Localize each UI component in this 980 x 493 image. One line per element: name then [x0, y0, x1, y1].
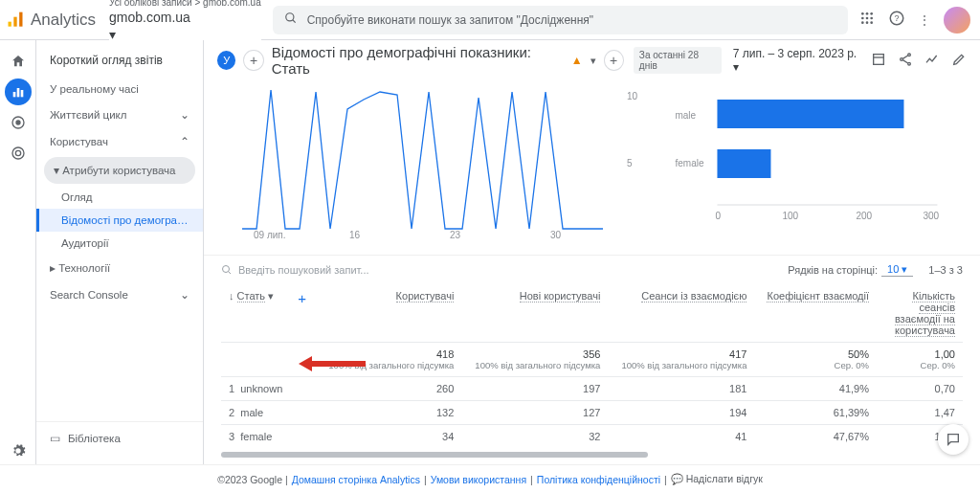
table-row[interactable]: 2 male 13212719461,39%1,47 — [221, 401, 963, 425]
col-engaged-sessions[interactable]: Сеанси із взаємодією — [641, 290, 746, 303]
feedback-chat-button[interactable] — [938, 424, 969, 455]
svg-rect-36 — [718, 149, 771, 178]
sidebar-sub-demographics[interactable]: Відомості про демографіч... — [36, 209, 203, 232]
apps-icon[interactable] — [859, 11, 875, 29]
add-dimension-button[interactable]: + — [298, 290, 306, 306]
help-icon[interactable]: ? — [888, 10, 905, 30]
svg-text:16: 16 — [349, 230, 361, 240]
sidebar-item-search-console[interactable]: Search Console⌄ — [36, 281, 203, 308]
analytics-logo[interactable]: Analytics — [6, 11, 96, 30]
svg-point-42 — [223, 266, 230, 273]
svg-point-26 — [908, 62, 911, 65]
footer-link-home[interactable]: Домашня сторінка Analytics — [292, 474, 420, 485]
sidebar-sub-overview[interactable]: Огляд — [36, 186, 203, 209]
svg-text:100: 100 — [783, 211, 799, 221]
svg-text:10: 10 — [627, 91, 638, 101]
svg-marker-44 — [299, 356, 366, 371]
add-segment-button[interactable]: + — [243, 50, 263, 71]
date-range-picker[interactable]: 7 лип. – 3 серп. 2023 р. ▾ — [733, 47, 859, 74]
footer-feedback[interactable]: 💬 Надіслати відгук — [671, 473, 763, 485]
svg-point-8 — [861, 17, 864, 20]
breadcrumb-top: Усі облікові записи > gmob.com.ua — [109, 0, 261, 9]
rail-reports[interactable] — [5, 78, 32, 105]
svg-text:30: 30 — [550, 230, 562, 240]
sidebar-item-lifecycle[interactable]: Життєвий цикл⌄ — [36, 101, 203, 128]
library-icon: ▭ — [50, 432, 60, 445]
rows-per-page-select[interactable]: 10 ▾ — [881, 263, 913, 277]
table-row[interactable]: 1 unknown 26019718141,9%0,70 — [221, 377, 963, 401]
search-icon — [284, 11, 298, 28]
insights-icon[interactable] — [924, 52, 940, 70]
footer-link-privacy[interactable]: Політика конфіденційності — [537, 474, 660, 485]
breadcrumb-main: gmob.com.ua — [109, 9, 261, 26]
line-chart: 10 5 09 лип. 16 23 30 — [221, 80, 640, 243]
svg-rect-1 — [13, 16, 16, 26]
property-switcher[interactable]: Усі облікові записи > gmob.com.ua gmob.c… — [109, 0, 261, 43]
period-label: За останні 28 днів — [634, 47, 722, 74]
col-dimension[interactable]: Стать — [237, 290, 266, 303]
chevron-up-icon: ⌃ — [180, 135, 189, 148]
rail-settings[interactable] — [5, 437, 32, 464]
bar-chart: male female 0 100 200 300 — [663, 80, 963, 243]
footer-link-terms[interactable]: Умови використання — [431, 474, 526, 485]
svg-point-12 — [866, 21, 869, 24]
analytics-icon — [6, 11, 25, 30]
avatar[interactable] — [944, 7, 970, 34]
svg-line-4 — [292, 20, 295, 23]
horizontal-scrollbar[interactable] — [221, 452, 648, 458]
col-users[interactable]: Користувачі — [396, 290, 455, 303]
col-sessions-per-user[interactable]: Кількість сеансів взаємодії на користува… — [895, 290, 955, 337]
add-dimension-button[interactable]: + — [604, 50, 624, 71]
sidebar-item-realtime[interactable]: У реальному часі — [36, 77, 203, 101]
rail-explore[interactable] — [5, 109, 32, 136]
svg-point-10 — [870, 17, 873, 20]
chevron-down-icon: ⌄ — [180, 288, 189, 302]
table-row[interactable]: 3 female 34324147,67%1,21 — [221, 425, 963, 449]
svg-text:5: 5 — [627, 158, 633, 168]
svg-line-43 — [229, 272, 232, 275]
svg-text:09 лип.: 09 лип. — [254, 230, 286, 240]
table-controls: Введіть пошуковий запит... Рядків на сто… — [204, 256, 980, 284]
svg-rect-0 — [9, 21, 11, 26]
warning-icon[interactable]: ▲ — [571, 54, 583, 67]
col-engagement-rate[interactable]: Коефіцієнт взаємодії — [767, 290, 869, 303]
sidebar-item-user[interactable]: Користувач⌃ — [36, 128, 203, 155]
search-input[interactable]: Спробуйте виконати пошук за запитом "Дос… — [273, 6, 848, 34]
rows-per-page-label: Рядків на сторінці: — [788, 264, 878, 276]
svg-point-11 — [861, 21, 864, 24]
col-new-users[interactable]: Нові користувачі — [520, 290, 601, 303]
edit-icon[interactable] — [951, 52, 967, 70]
menu-kebab-icon[interactable]: ⋮ — [919, 13, 930, 27]
sidebar-sub-audiences[interactable]: Аудиторії — [36, 232, 203, 255]
sidebar-item-user-attributes[interactable]: ▾ Атрибути користувача — [44, 157, 195, 184]
sidebar-item-technology[interactable]: ▸ Технології — [36, 255, 203, 281]
svg-text:0: 0 — [716, 211, 722, 221]
search-icon — [221, 264, 233, 276]
svg-rect-2 — [19, 11, 22, 26]
share-icon[interactable] — [898, 52, 913, 70]
rail-advertising[interactable] — [5, 140, 32, 167]
segment-badge[interactable]: У — [217, 51, 235, 70]
report-title: Відомості про демографічні показники: Ст… — [272, 44, 564, 77]
svg-rect-34 — [718, 100, 904, 128]
sort-arrow-icon[interactable]: ↓ — [229, 290, 234, 302]
svg-text:female: female — [676, 158, 704, 168]
sidebar-library[interactable]: ▭ Бібліотека — [36, 421, 203, 455]
svg-point-20 — [16, 121, 20, 124]
chat-icon — [946, 432, 961, 447]
svg-point-13 — [870, 21, 873, 24]
svg-point-21 — [12, 147, 24, 159]
customize-icon[interactable] — [871, 52, 886, 70]
chevron-down-icon[interactable]: ▾ — [590, 55, 596, 67]
svg-rect-23 — [874, 54, 884, 64]
report-header: У + Відомості про демографічні показники… — [204, 40, 980, 80]
sidebar-title: Короткий огляд звітів — [36, 50, 203, 77]
rail-home[interactable] — [5, 48, 32, 75]
search-placeholder: Спробуйте виконати пошук за запитом "Дос… — [307, 13, 593, 27]
svg-text:?: ? — [894, 13, 899, 23]
nav-rail — [0, 40, 36, 464]
table-search-input[interactable]: Введіть пошуковий запит... — [221, 264, 778, 276]
sidebar: Короткий огляд звітів У реальному часі Ж… — [36, 40, 204, 464]
svg-point-25 — [901, 57, 903, 60]
main-content: У + Відомості про демографічні показники… — [204, 40, 980, 464]
